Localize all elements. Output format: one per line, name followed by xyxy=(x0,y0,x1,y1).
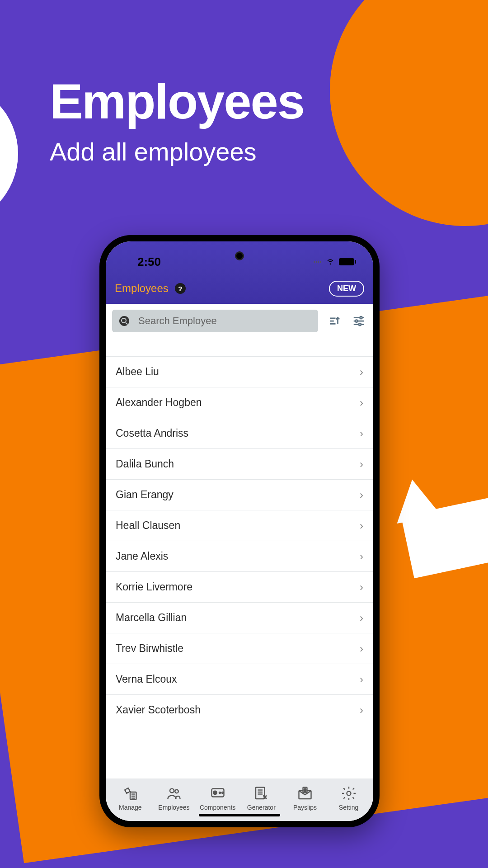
employee-row[interactable]: Trev Birwhistle › xyxy=(106,633,373,664)
nav-label: Components xyxy=(200,804,235,811)
setting-icon xyxy=(340,785,357,802)
employee-row[interactable]: Verna Elcoux › xyxy=(106,664,373,694)
phone-frame: 2:50 •••• Employees ? NEW xyxy=(99,235,380,827)
nav-label: Payslips xyxy=(293,804,317,811)
svg-point-28 xyxy=(347,792,351,796)
svg-point-6 xyxy=(356,320,358,322)
search-toolbar xyxy=(106,304,373,338)
employee-row[interactable]: Albee Liu › xyxy=(106,356,373,387)
nav-label: Generator xyxy=(247,804,276,811)
employee-row[interactable]: Alexander Hogben › xyxy=(106,387,373,418)
svg-point-14 xyxy=(170,789,174,793)
marketing-subtitle: Add all employees xyxy=(50,137,304,166)
nav-payslips[interactable]: $ Payslips xyxy=(285,785,325,811)
employee-row[interactable]: Gian Erangy › xyxy=(106,479,373,510)
nav-employees[interactable]: Employees xyxy=(154,785,194,811)
signal-icon: •••• xyxy=(314,259,322,264)
marketing-header: Employees Add all employees xyxy=(50,72,304,166)
employee-name: Dalila Bunch xyxy=(116,458,174,470)
employee-name: Gian Erangy xyxy=(116,489,174,501)
employee-name: Alexander Hogben xyxy=(116,396,202,409)
employee-name: Marcella Gillian xyxy=(116,612,187,624)
nav-generator[interactable]: Generator xyxy=(241,785,282,811)
search-box[interactable] xyxy=(112,310,318,332)
nav-label: Setting xyxy=(339,804,359,811)
employee-name: Heall Clausen xyxy=(116,519,180,532)
search-input[interactable] xyxy=(138,315,311,327)
employee-name: Korrie Livermore xyxy=(116,581,192,593)
chevron-right-icon: › xyxy=(360,581,363,594)
nav-setting[interactable]: Setting xyxy=(328,785,369,811)
employee-row[interactable]: Cosetta Andriss › xyxy=(106,418,373,448)
chevron-right-icon: › xyxy=(360,427,363,440)
svg-point-19 xyxy=(219,792,221,793)
employee-name: Xavier Scoterbosh xyxy=(116,704,201,716)
chevron-right-icon: › xyxy=(360,673,363,686)
search-icon xyxy=(119,316,129,326)
svg-text:$: $ xyxy=(304,788,306,793)
employee-name: Verna Elcoux xyxy=(116,673,177,685)
svg-point-8 xyxy=(359,323,361,326)
help-icon[interactable]: ? xyxy=(175,283,186,294)
bg-decoration xyxy=(330,0,488,226)
employee-name: Trev Birwhistle xyxy=(116,642,183,655)
manage-icon xyxy=(122,785,139,802)
employee-name: Jane Alexis xyxy=(116,550,168,562)
employee-row[interactable]: Jane Alexis › xyxy=(106,541,373,571)
employee-row[interactable]: Marcella Gillian › xyxy=(106,602,373,633)
marketing-title: Employees xyxy=(50,72,304,130)
chevron-right-icon: › xyxy=(360,366,363,378)
svg-point-9 xyxy=(126,789,130,793)
generator-icon xyxy=(253,785,270,802)
chevron-right-icon: › xyxy=(360,704,363,717)
camera-notch xyxy=(235,251,244,260)
chevron-right-icon: › xyxy=(360,519,363,532)
employee-name: Albee Liu xyxy=(116,366,159,378)
employee-name: Cosetta Andriss xyxy=(116,427,188,439)
status-time: 2:50 xyxy=(137,255,161,269)
bg-decoration xyxy=(380,461,488,597)
chevron-right-icon: › xyxy=(360,612,363,624)
filter-button[interactable] xyxy=(351,313,367,329)
wifi-icon xyxy=(325,256,335,268)
chevron-right-icon: › xyxy=(360,642,363,655)
employee-row[interactable]: Korrie Livermore › xyxy=(106,571,373,602)
sort-button[interactable] xyxy=(326,313,343,329)
home-indicator xyxy=(199,814,280,816)
employee-row[interactable]: Heall Clausen › xyxy=(106,510,373,541)
nav-manage[interactable]: Manage xyxy=(110,785,150,811)
employee-list: Albee Liu › Alexander Hogben › Cosetta A… xyxy=(106,338,373,778)
svg-point-15 xyxy=(175,790,178,793)
new-button[interactable]: NEW xyxy=(329,281,364,297)
status-bar: 2:50 •••• xyxy=(106,241,373,273)
bg-decoration xyxy=(0,81,18,226)
svg-rect-21 xyxy=(256,788,265,799)
employee-row[interactable]: Dalila Bunch › xyxy=(106,448,373,479)
chevron-right-icon: › xyxy=(360,550,363,563)
employee-row[interactable]: Xavier Scoterbosh › xyxy=(106,694,373,725)
nav-label: Employees xyxy=(158,804,189,811)
components-icon: $ xyxy=(209,785,226,802)
chevron-right-icon: › xyxy=(360,489,363,501)
svg-point-20 xyxy=(222,792,223,793)
chevron-right-icon: › xyxy=(360,396,363,409)
nav-components[interactable]: $ Components xyxy=(197,785,238,811)
page-title: Employees xyxy=(115,282,169,295)
svg-point-4 xyxy=(360,316,362,319)
chevron-right-icon: › xyxy=(360,458,363,471)
nav-label: Manage xyxy=(119,804,142,811)
payslips-icon: $ xyxy=(296,785,314,802)
battery-icon xyxy=(339,258,354,265)
employees-icon xyxy=(165,785,183,802)
app-header: Employees ? NEW xyxy=(106,273,373,304)
